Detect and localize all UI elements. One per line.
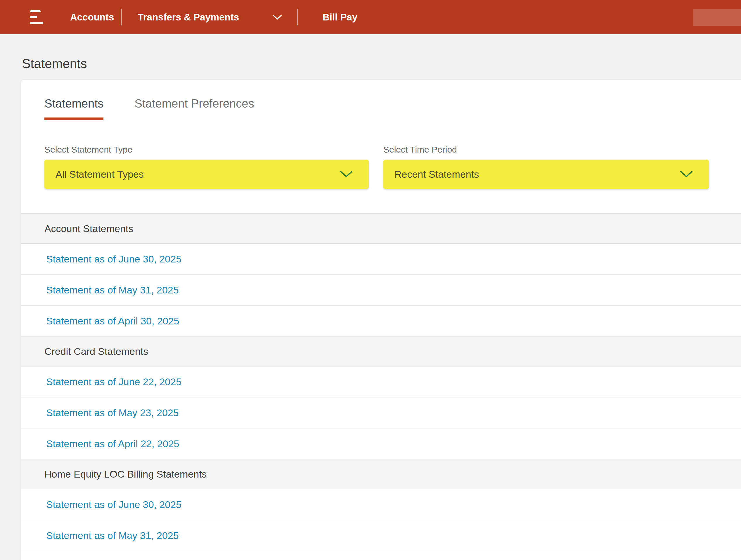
chevron-down-icon xyxy=(273,15,282,20)
statement-row: Statement as of June 30, 2025 xyxy=(21,489,741,520)
top-nav: Accounts Transfers & Payments Bill Pay xyxy=(0,0,741,34)
statement-link[interactable]: Statement as of May 23, 2025 xyxy=(46,407,179,419)
section-home-equity-loc-statements: Home Equity LOC Billing Statements State… xyxy=(21,459,741,551)
statement-row: Statement as of April 22, 2025 xyxy=(21,429,741,459)
chevron-down-icon xyxy=(680,170,693,178)
statement-link[interactable]: Statement as of June 22, 2025 xyxy=(46,376,182,387)
section-header: Home Equity LOC Billing Statements xyxy=(21,459,741,489)
tab-bar: Statements Statement Preferences xyxy=(21,80,741,120)
menu-button[interactable] xyxy=(30,10,44,24)
nav-item-bill-pay[interactable]: Bill Pay xyxy=(323,0,357,34)
statement-type-select[interactable]: All Statement Types xyxy=(45,160,369,189)
statement-link[interactable]: Statement as of April 22, 2025 xyxy=(46,438,180,449)
statement-row: Statement as of May 31, 2025 xyxy=(21,275,741,306)
time-period-select[interactable]: Recent Statements xyxy=(383,160,709,189)
time-period-selected-value: Recent Statements xyxy=(395,169,479,180)
statement-link[interactable]: Statement as of April 30, 2025 xyxy=(46,315,180,327)
statement-row: Statement as of May 31, 2025 xyxy=(21,520,741,551)
statement-row: Statement as of May 23, 2025 xyxy=(21,397,741,429)
statement-row: Statement as of April 30, 2025 xyxy=(21,306,741,337)
time-period-filter: Select Time Period Recent Statements xyxy=(383,145,709,189)
section-account-statements: Account Statements Statement as of June … xyxy=(21,213,741,337)
statement-type-label: Select Statement Type xyxy=(45,145,369,154)
statement-link[interactable]: Statement as of June 30, 2025 xyxy=(46,499,182,510)
nav-divider xyxy=(297,9,298,25)
statement-link[interactable]: Statement as of May 31, 2025 xyxy=(46,530,179,541)
statement-row: Statement as of June 22, 2025 xyxy=(21,367,741,397)
tab-statement-preferences[interactable]: Statement Preferences xyxy=(134,97,254,120)
nav-item-accounts[interactable]: Accounts xyxy=(70,0,114,34)
statement-row: Statement as of June 30, 2025 xyxy=(21,244,741,275)
nav-right-redacted-block xyxy=(693,9,741,26)
chevron-down-icon xyxy=(340,170,353,178)
statements-card: Statements Statement Preferences Select … xyxy=(21,80,741,560)
section-credit-card-statements: Credit Card Statements Statement as of J… xyxy=(21,337,741,459)
nav-item-label: Transfers & Payments xyxy=(138,0,239,34)
tab-statements[interactable]: Statements xyxy=(45,97,104,120)
statement-type-selected-value: All Statement Types xyxy=(56,169,144,180)
time-period-label: Select Time Period xyxy=(383,145,709,154)
statement-type-filter: Select Statement Type All Statement Type… xyxy=(45,145,369,189)
section-header: Credit Card Statements xyxy=(21,337,741,367)
filter-row: Select Statement Type All Statement Type… xyxy=(21,145,741,189)
section-header: Account Statements xyxy=(21,213,741,244)
nav-item-transfers-payments[interactable]: Transfers & Payments xyxy=(138,0,282,34)
statement-link[interactable]: Statement as of May 31, 2025 xyxy=(46,285,179,296)
statement-list: Account Statements Statement as of June … xyxy=(21,213,741,551)
nav-divider xyxy=(121,9,122,25)
page-title: Statements xyxy=(22,57,741,70)
statement-link[interactable]: Statement as of June 30, 2025 xyxy=(46,253,182,265)
